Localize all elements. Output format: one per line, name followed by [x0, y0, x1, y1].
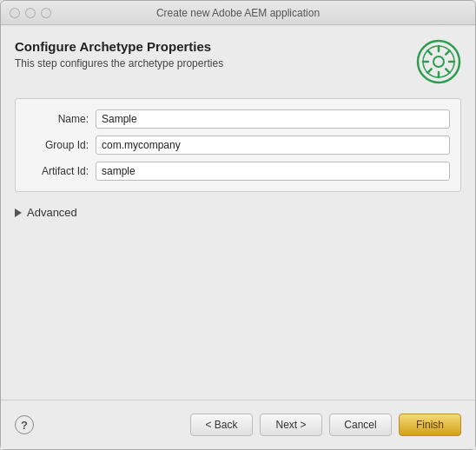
svg-point-2	[433, 56, 444, 67]
group-id-row: Group Id:	[26, 136, 450, 155]
advanced-label: Advanced	[27, 206, 77, 219]
help-button[interactable]: ?	[15, 415, 34, 434]
finish-button[interactable]: Finish	[399, 414, 461, 436]
window: Create new Adobe AEM application Configu…	[0, 0, 476, 450]
artifact-id-row: Artifact Id:	[26, 162, 450, 181]
close-button[interactable]	[10, 8, 20, 18]
navigation-buttons: < Back Next > Cancel Finish	[190, 414, 461, 436]
advanced-toggle[interactable]: Advanced	[15, 202, 461, 222]
header-text: Configure Archetype Properties This step…	[15, 39, 223, 69]
window-title: Create new Adobe AEM application	[156, 7, 320, 19]
svg-line-9	[446, 50, 449, 54]
group-id-input[interactable]	[96, 136, 450, 155]
artifact-id-input[interactable]	[96, 162, 450, 181]
header-section: Configure Archetype Properties This step…	[15, 39, 461, 84]
svg-line-8	[446, 69, 449, 72]
minimize-button[interactable]	[25, 8, 36, 18]
spacer	[15, 222, 461, 400]
title-bar: Create new Adobe AEM application	[1, 1, 475, 25]
form-section: Name: Group Id: Artifact Id:	[15, 98, 461, 192]
page-subtitle: This step configures the archetype prope…	[15, 57, 223, 69]
group-id-label: Group Id:	[26, 139, 96, 151]
svg-line-10	[427, 69, 431, 72]
maximize-button[interactable]	[41, 8, 51, 18]
button-bar: ? < Back Next > Cancel Finish	[1, 400, 475, 449]
artifact-id-label: Artifact Id:	[26, 165, 96, 177]
name-label: Name:	[26, 113, 96, 125]
name-input[interactable]	[96, 109, 450, 129]
next-button[interactable]: Next >	[260, 414, 322, 436]
chevron-right-icon	[15, 208, 22, 217]
svg-line-7	[427, 50, 431, 54]
back-button[interactable]: < Back	[190, 414, 253, 436]
page-title: Configure Archetype Properties	[15, 39, 223, 54]
content-area: Configure Archetype Properties This step…	[1, 25, 475, 400]
name-row: Name:	[26, 109, 450, 129]
aem-logo-icon	[416, 39, 461, 84]
traffic-lights	[10, 8, 51, 18]
cancel-button[interactable]: Cancel	[329, 414, 392, 436]
